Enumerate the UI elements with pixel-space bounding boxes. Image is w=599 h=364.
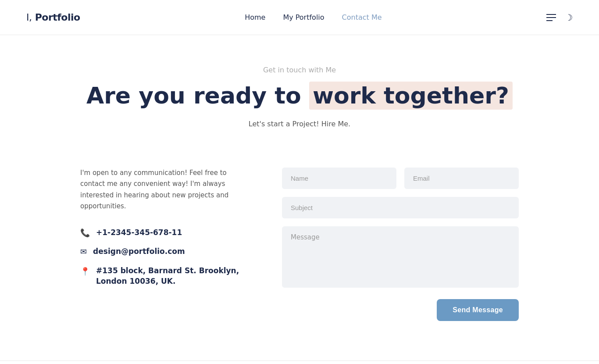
form-submit-row: Send Message: [282, 299, 519, 321]
email-icon: ✉: [80, 247, 87, 256]
site-header: I, Portfolio Home My Portfolio Contact M…: [0, 0, 599, 35]
site-footer: [0, 360, 599, 364]
hero-section: Get in touch with Me Are you ready to wo…: [0, 35, 599, 146]
contact-form: Send Message: [282, 168, 519, 321]
hero-subtitle: Get in touch with Me: [9, 66, 590, 74]
header-icons: ☽: [546, 12, 573, 23]
hero-title: Are you ready to work together?: [9, 83, 590, 109]
message-input[interactable]: [282, 226, 519, 288]
phone-item: 📞 +1-2345-345-678-11: [80, 228, 247, 237]
contact-info: I'm open to any communication! Feel free…: [80, 168, 247, 321]
location-icon: 📍: [80, 267, 90, 276]
send-message-button[interactable]: Send Message: [437, 299, 519, 321]
nav-home[interactable]: Home: [245, 13, 265, 21]
site-logo: I, Portfolio: [26, 12, 80, 23]
form-subject-row: [282, 197, 519, 218]
nav-portfolio[interactable]: My Portfolio: [283, 13, 324, 21]
hero-description: Let's start a Project! Hire Me.: [9, 120, 590, 128]
email-address: design@portfolio.com: [93, 247, 185, 256]
address-item: 📍 #135 block, Barnard St. Brooklyn, Lond…: [80, 266, 247, 287]
contact-intro: I'm open to any communication! Feel free…: [80, 168, 247, 212]
dark-mode-icon[interactable]: ☽: [565, 12, 573, 23]
contact-section: I'm open to any communication! Feel free…: [36, 146, 563, 343]
hamburger-icon[interactable]: [546, 14, 556, 21]
form-message-row: [282, 226, 519, 289]
email-item: ✉ design@portfolio.com: [80, 247, 247, 256]
hero-title-start: Are you ready to: [86, 82, 309, 109]
name-input[interactable]: [282, 168, 396, 189]
phone-number: +1-2345-345-678-11: [96, 228, 182, 237]
nav-contact[interactable]: Contact Me: [342, 13, 382, 21]
email-input[interactable]: [404, 168, 519, 189]
address-text: #135 block, Barnard St. Brooklyn, London…: [96, 266, 239, 287]
form-row-name-email: [282, 168, 519, 189]
hero-title-highlight: work together?: [309, 82, 513, 110]
phone-icon: 📞: [80, 228, 90, 237]
main-nav: Home My Portfolio Contact Me: [245, 13, 382, 21]
subject-input[interactable]: [282, 197, 519, 218]
